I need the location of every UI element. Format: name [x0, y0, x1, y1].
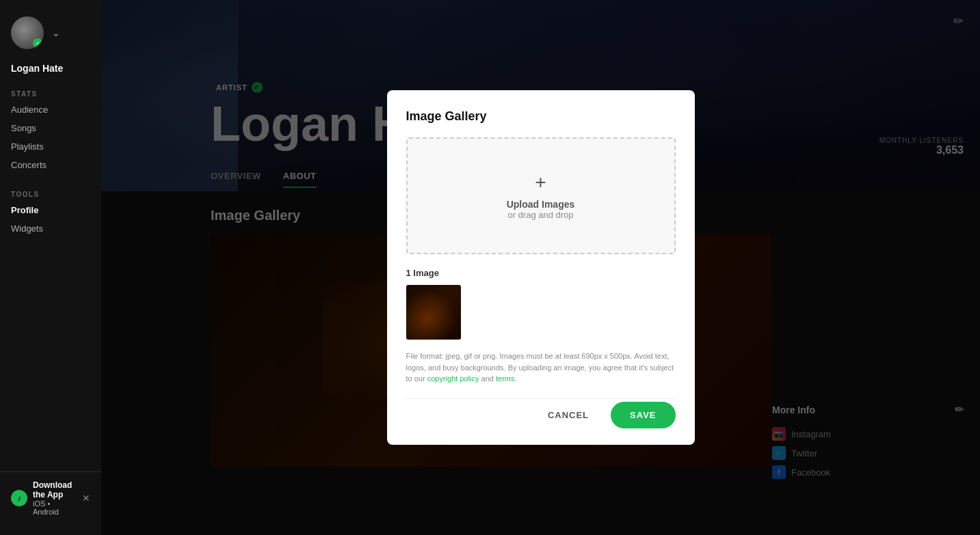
- close-icon[interactable]: ✕: [82, 493, 90, 504]
- sidebar-item-widgets[interactable]: Widgets: [0, 219, 101, 238]
- sidebar-item-songs[interactable]: Songs: [0, 119, 101, 137]
- copyright-policy-link[interactable]: copyright policy: [427, 374, 479, 383]
- chevron-down-icon[interactable]: ⌄: [52, 27, 60, 38]
- disclaimer-text: File format: jpeg, gif or png. Images mu…: [406, 351, 676, 385]
- upload-sub-text: or drag and drop: [507, 210, 573, 220]
- user-name: Logan Hate: [0, 60, 101, 85]
- download-text: Download the App iOS • Android: [33, 480, 77, 516]
- save-button[interactable]: SAVE: [611, 402, 675, 428]
- images-count: 1 Image: [406, 268, 676, 278]
- tools-section-label: TOOLS: [0, 185, 101, 201]
- main-content: ✏ ARTIST ✓ Logan Hat MONTHLY LISTENERS 3…: [101, 0, 980, 535]
- upload-zone[interactable]: + Upload Images or drag and drop: [406, 137, 676, 254]
- download-banner: ♪ Download the App iOS • Android ✕: [0, 471, 101, 524]
- modal-title: Image Gallery: [406, 109, 676, 124]
- sidebar-item-playlists[interactable]: Playlists: [0, 137, 101, 156]
- cancel-button[interactable]: CANCEL: [537, 404, 600, 426]
- terms-link[interactable]: terms: [496, 374, 515, 383]
- upload-plus-icon: +: [535, 172, 546, 193]
- thumbnail-row: [406, 285, 676, 340]
- spotify-icon: ♪: [11, 490, 27, 506]
- modal-footer: CANCEL SAVE: [406, 398, 676, 428]
- upload-main-text: Upload Images: [507, 199, 575, 210]
- sidebar-header: ✓ ⌄: [0, 11, 101, 60]
- thumbnail-image: [406, 285, 461, 340]
- avatar: ✓: [11, 16, 44, 49]
- sidebar-item-concerts[interactable]: Concerts: [0, 156, 101, 174]
- sidebar-item-profile[interactable]: Profile: [0, 201, 101, 219]
- image-gallery-modal: Image Gallery + Upload Images or drag an…: [387, 90, 695, 445]
- modal-overlay: Image Gallery + Upload Images or drag an…: [101, 0, 980, 535]
- stats-section-label: STATS: [0, 85, 101, 100]
- sidebar-item-audience[interactable]: Audience: [0, 100, 101, 119]
- sidebar: ✓ ⌄ Logan Hate STATS Audience Songs Play…: [0, 0, 101, 535]
- verified-badge: ✓: [33, 38, 42, 48]
